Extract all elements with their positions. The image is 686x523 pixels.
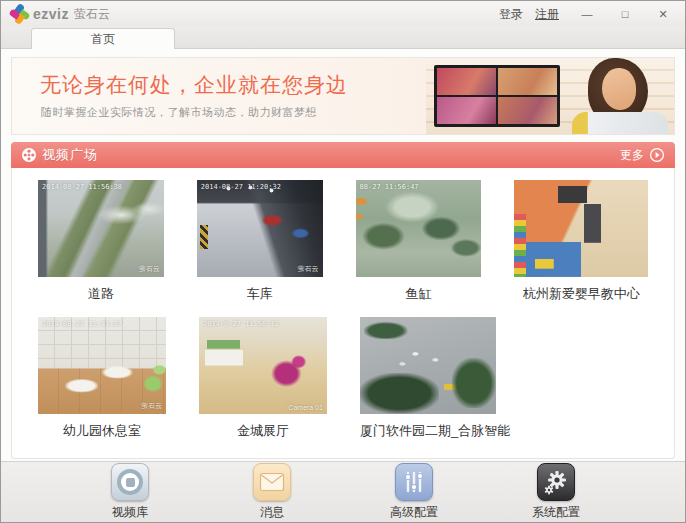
tab-bar: 首页	[1, 27, 685, 49]
thumbnail-caption: 幼儿园休息室	[38, 422, 166, 440]
thumbnail-timestamp: 2014-08-27 11:20:32	[201, 183, 281, 191]
thumbnail-image: 08-27 11:56:47	[356, 180, 482, 277]
video-thumbnail[interactable]: 2014-8-27 11:56:12 Camera 01 金城展厅	[199, 317, 327, 440]
thumbnail-image: 2014-08-27 11:41:57 萤石云	[38, 317, 166, 414]
ezviz-pinwheel-icon	[11, 5, 29, 23]
video-thumbnail[interactable]: 2014-08-27 11:41:57 萤石云 幼儿园休息室	[38, 317, 166, 440]
thumbnail-row: 2014-08-27 11:56:38 萤石云 道路 2014-08-27 11…	[38, 180, 648, 303]
thumbnail-image	[360, 317, 496, 414]
thumbnail-image: 2014-08-27 11:56:38 萤石云	[38, 180, 164, 277]
cctv-monitor-graphic	[434, 65, 560, 127]
video-plaza-header: 视频广场 更多	[11, 142, 675, 168]
window-titlebar: ezviz 萤石云 登录 注册 — □ ✕	[1, 1, 685, 27]
video-plaza-title: 视频广场	[42, 146, 98, 164]
toolbar-item-label: 消息	[260, 504, 284, 521]
toolbar-item-label: 系统配置	[532, 504, 580, 521]
toolbar-item-video-library[interactable]: 视频库	[87, 463, 173, 521]
toolbar-item-messages[interactable]: 消息	[229, 463, 315, 521]
more-arrow-icon	[649, 147, 665, 163]
video-library-icon	[111, 463, 149, 501]
thumbnail-image: 2014-08-27 11:20:32 萤石云	[197, 180, 323, 277]
app-logo: ezviz 萤石云	[11, 5, 110, 23]
thumbnail-caption: 杭州新爱婴早教中心	[514, 285, 648, 303]
record-dot	[126, 478, 135, 487]
thumbnail-timestamp: 2014-08-27 11:41:57	[42, 320, 122, 328]
banner-photo	[426, 58, 674, 134]
more-button[interactable]: 更多	[620, 147, 665, 164]
thumbnail-caption: 鱼缸	[356, 285, 482, 303]
toolbar-item-label: 视频库	[112, 504, 148, 521]
video-thumbnail[interactable]: 2014-08-27 11:56:38 萤石云 道路	[38, 180, 164, 303]
thumbnail-watermark: 萤石云	[139, 264, 160, 274]
titlebar-actions: 登录 注册 — □ ✕	[495, 4, 677, 25]
monitor-cell	[498, 68, 557, 95]
toolbar-item-label: 高级配置	[390, 504, 438, 521]
system-config-icon	[537, 463, 575, 501]
thumbnail-timestamp: 08-27 11:56:47	[360, 183, 419, 191]
thumbnail-timestamp: 2014-8-27 11:56:12	[203, 320, 279, 328]
thumbnail-caption: 车库	[197, 285, 323, 303]
brand-name-cn: 萤石云	[74, 6, 110, 23]
bottom-toolbar: 视频库 消息 高级配置	[1, 461, 685, 522]
thumbnail-image	[514, 180, 648, 277]
app-window: ezviz 萤石云 登录 注册 — □ ✕ 首页 无论身在何处，企业就在您身边 …	[0, 0, 686, 523]
toolbar-item-system-config[interactable]: 系统配置	[513, 463, 599, 521]
video-thumbnail[interactable]: 厦门软件园二期_合脉智能	[360, 317, 496, 440]
brand-name: ezviz	[33, 6, 69, 22]
banner-subline: 随时掌握企业实际情况，了解市场动态，助力财富梦想	[41, 105, 317, 120]
promo-banner[interactable]: 无论身在何处，企业就在您身边 随时掌握企业实际情况，了解市场动态，助力财富梦想	[11, 57, 675, 135]
video-thumbnail[interactable]: 08-27 11:56:47 鱼缸	[356, 180, 482, 303]
minimize-button[interactable]: —	[573, 4, 601, 24]
thumbnail-watermark: 萤石云	[298, 264, 319, 274]
more-label: 更多	[620, 147, 644, 164]
woman-face	[602, 68, 636, 110]
woman-body	[572, 112, 668, 135]
thumbnail-watermark: Camera 01	[288, 404, 323, 411]
register-link[interactable]: 注册	[531, 4, 563, 25]
thumbnail-row: 2014-08-27 11:41:57 萤石云 幼儿园休息室 2014-8-27…	[38, 317, 648, 440]
monitor-cell	[437, 97, 496, 124]
record-ring	[117, 469, 143, 495]
thumbnail-watermark: 萤石云	[141, 401, 162, 411]
advanced-config-icon	[395, 463, 433, 501]
close-button[interactable]: ✕	[649, 4, 677, 24]
tab-home-label: 首页	[91, 31, 115, 48]
maximize-button[interactable]: □	[611, 4, 639, 24]
thumbnail-timestamp: 2014-08-27 11:56:38	[42, 183, 122, 191]
message-icon	[253, 463, 291, 501]
thumbnail-caption: 金城展厅	[199, 422, 327, 440]
film-reel-icon	[21, 147, 37, 163]
thumbnail-caption: 道路	[38, 285, 164, 303]
banner-headline: 无论身在何处，企业就在您身边	[40, 71, 348, 99]
video-thumbnail[interactable]: 2014-08-27 11:20:32 萤石云 车库	[197, 180, 323, 303]
toolbar-item-advanced-config[interactable]: 高级配置	[371, 463, 457, 521]
thumbnail-image: 2014-8-27 11:56:12 Camera 01	[199, 317, 327, 414]
monitor-cell	[437, 68, 496, 95]
main-content: 无论身在何处，企业就在您身边 随时掌握企业实际情况，了解市场动态，助力财富梦想	[1, 49, 685, 461]
woman-graphic	[560, 58, 670, 135]
thumbnail-caption: 厦门软件园二期_合脉智能	[360, 422, 496, 440]
tab-home[interactable]: 首页	[31, 28, 175, 49]
video-plaza-body: 2014-08-27 11:56:38 萤石云 道路 2014-08-27 11…	[11, 168, 675, 459]
login-link[interactable]: 登录	[495, 4, 527, 25]
monitor-cell	[498, 97, 557, 124]
video-thumbnail[interactable]: 杭州新爱婴早教中心	[514, 180, 648, 303]
